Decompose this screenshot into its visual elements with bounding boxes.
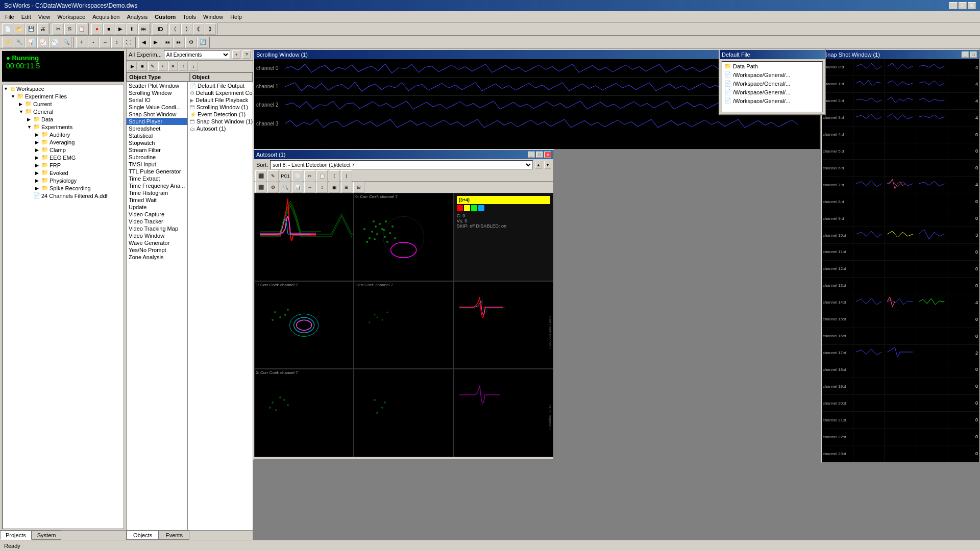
as-tb-7[interactable]: ⟨ (329, 170, 340, 182)
tab-objects[interactable]: Objects (127, 531, 159, 540)
obj-tb-7[interactable]: ↓ (189, 62, 198, 71)
ss-maximize[interactable]: □ (970, 52, 977, 58)
obj-tb-1[interactable]: ▶ (128, 62, 137, 71)
tool-btn-b[interactable]: 🔧 (14, 37, 25, 48)
tool-btn-a[interactable]: ⚡ (2, 37, 13, 48)
as-minimize[interactable]: _ (528, 152, 535, 158)
extra-btn-2[interactable]: ▶ (150, 37, 161, 48)
menu-analysis[interactable]: Analysis (124, 13, 151, 21)
df-item-path1[interactable]: 📄 /Workspace/General/... (722, 70, 822, 79)
tree-item-frp[interactable]: ▶ 📁 FRP (3, 161, 124, 169)
obj-type-timedwait[interactable]: Timed Wait (127, 196, 187, 204)
default-file-panel[interactable]: Default File 📁 Data Path 📄 /Workspace/Ge… (719, 49, 826, 115)
obj-type-ttl[interactable]: TTL Pulse Generator (127, 168, 187, 175)
as-tb2-8[interactable]: ⊞ (341, 182, 352, 193)
as-tb2-4[interactable]: 📊 (292, 182, 303, 193)
as-tb-8[interactable]: ⟩ (341, 170, 352, 182)
obj-type-stream[interactable]: Stream Filter (127, 146, 187, 154)
tree-item-clamp[interactable]: ▶ 📁 Clamp (3, 146, 124, 154)
paste-button[interactable]: 📋 (76, 23, 87, 35)
extra-btn-5[interactable]: ⚙ (185, 37, 197, 48)
new-button[interactable]: 📄 (2, 23, 13, 35)
tree-item-evoked[interactable]: ▶ 📁 Evoked (3, 169, 124, 177)
df-item-path4[interactable]: 📄 /Workspace/General/... (722, 96, 822, 105)
obj-item-autosort[interactable]: 🗂 Autosort (1) (188, 125, 253, 132)
zoom-btn-2[interactable]: - (88, 37, 99, 48)
tree-item-ddf[interactable]: 📄 24 Channels Filtered A.ddf (3, 192, 124, 199)
obj-type-serial[interactable]: Serial IO (127, 96, 187, 104)
cut-button[interactable]: ✂ (53, 23, 64, 35)
as-tb-4[interactable]: ⬜ (292, 170, 303, 182)
menu-custom[interactable]: Custom (152, 13, 179, 21)
obj-tb-4[interactable]: + (158, 62, 167, 71)
obj-type-wavegen[interactable]: Wave Generator (127, 239, 187, 246)
obj-type-spreadsheet[interactable]: Spreadsheet (127, 125, 187, 132)
autosort-controls[interactable]: _ □ ✕ (528, 152, 551, 158)
obj-type-subroutine[interactable]: Subroutine (127, 154, 187, 161)
obj-tb-6[interactable]: ↑ (179, 62, 188, 71)
tool-btn-f[interactable]: 🔍 (61, 37, 72, 48)
step-button[interactable]: ⏭ (138, 23, 150, 35)
tree-item-general[interactable]: ▼ 📁 General (3, 108, 124, 115)
df-item-path2[interactable]: 📄 /Workspace/General/... (722, 79, 822, 88)
extra-btn-6[interactable]: 🔄 (197, 37, 208, 48)
tab-system[interactable]: System (32, 531, 62, 540)
obj-type-sound[interactable]: Sound Player (127, 118, 187, 125)
obj-tb-5[interactable]: ✕ (168, 62, 178, 71)
as-tb2-6[interactable]: ↕ (316, 182, 328, 193)
pause-button[interactable]: ⏸ (127, 23, 138, 35)
maximize-button[interactable]: □ (959, 2, 967, 9)
as-tb-2[interactable]: ✎ (267, 170, 279, 182)
obj-type-stopwatch[interactable]: Stopwatch (127, 139, 187, 146)
tab-events[interactable]: Events (159, 531, 189, 540)
as-tb-1[interactable]: ⬛ (255, 170, 266, 182)
snapshot-window[interactable]: Snap Shot Window (1) _ □ channel 0:d (821, 49, 980, 463)
stop-button[interactable]: ■ (103, 23, 114, 35)
menu-acquisition[interactable]: Acquisition (89, 13, 122, 21)
as-tb-3[interactable]: PC1 (280, 170, 291, 182)
obj-type-snapshot[interactable]: Snap Shot Window (127, 111, 187, 118)
ss-minimize[interactable]: _ (962, 52, 969, 58)
as-tb2-2[interactable]: ⚙ (267, 182, 279, 193)
obj-tb-2[interactable]: ■ (138, 62, 147, 71)
as-maximize[interactable]: □ (536, 152, 543, 158)
zoom-btn-5[interactable]: ⛶ (123, 37, 134, 48)
obj-item-defaultexp[interactable]: ⚙ Default Experiment Co... (188, 89, 253, 96)
menu-edit[interactable]: Edit (18, 13, 34, 21)
tree-item-data[interactable]: ▶ 📁 Data (3, 115, 124, 123)
obj-type-timeextract[interactable]: Time Extract (127, 175, 187, 182)
zoom-btn-3[interactable]: ↔ (100, 37, 111, 48)
obj-item-scrollwin[interactable]: 🗔 Scrolling Window (1) (188, 104, 253, 111)
tree-item-averaging[interactable]: ▶ 📁 Averaging (3, 138, 124, 146)
obj-help-button[interactable]: ? (242, 51, 251, 59)
play-button[interactable]: ▶ (115, 23, 126, 35)
defaultfile-titlebar[interactable]: Default File (720, 50, 825, 59)
obj-type-scrolling[interactable]: Scrolling Window (127, 89, 187, 96)
snapshot-controls[interactable]: _ □ (962, 52, 977, 58)
close-button[interactable]: ✕ (968, 2, 976, 9)
tab-projects[interactable]: Projects (0, 531, 32, 540)
copy-button[interactable]: ⎘ (64, 23, 76, 35)
tree-item-spike[interactable]: ▶ 📁 Spike Recording (3, 184, 124, 192)
id-button[interactable]: ID (153, 23, 168, 35)
obj-type-zone[interactable]: Zone Analysis (127, 254, 187, 261)
obj-type-update[interactable]: Update (127, 204, 187, 211)
extra-btn-3[interactable]: ⏮ (162, 37, 173, 48)
obj-item-defaultplay[interactable]: ▶ Default File Playback (188, 96, 253, 104)
menu-file[interactable]: File (2, 13, 17, 21)
obj-type-yesnoprompt[interactable]: Yes/No Prompt (127, 246, 187, 254)
df-item-path3[interactable]: 📄 /Workspace/General/... (722, 88, 822, 96)
nav-btn-3[interactable]: ⟪ (193, 23, 204, 35)
tree-item-current[interactable]: ▶ 📁 Current (3, 100, 124, 108)
workspace-tree[interactable]: ▼ 🖥 Workspace ▼ 📁 Experiment Files ▶ 📁 C… (2, 85, 124, 529)
minimize-button[interactable]: _ (949, 2, 958, 9)
tree-item-eeg[interactable]: ▶ 📁 EEG EMG (3, 154, 124, 161)
sort-up-btn[interactable]: ▲ (535, 161, 542, 169)
menu-help[interactable]: Help (227, 13, 245, 21)
save-button[interactable]: 💾 (26, 23, 37, 35)
window-controls[interactable]: _ □ ✕ (949, 2, 976, 9)
obj-type-videotrack[interactable]: Video Tracker (127, 218, 187, 225)
df-item-datapath[interactable]: 📁 Data Path (722, 62, 822, 70)
obj-item-snapwin[interactable]: 🗔 Snap Shot Window (1) (188, 118, 253, 125)
obj-type-timefreq[interactable]: Time Frequency Ana... (127, 182, 187, 189)
